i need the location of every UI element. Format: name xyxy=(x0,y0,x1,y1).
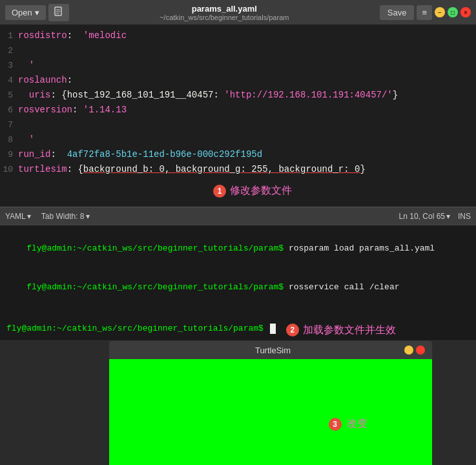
terminal-cursor xyxy=(270,324,276,334)
code-line-3: 3 ' xyxy=(0,58,476,73)
title-bar-center: params_all.yaml ~/catkin_ws/src/beginner… xyxy=(160,4,289,21)
code-line-9: 9 run_id: 4af72fa8-5b1e-11ed-b96e-000c29… xyxy=(0,147,476,162)
turtlesim-content: 3 改变 xyxy=(109,359,432,465)
position-arrow-icon: ▾ xyxy=(446,212,450,221)
editor-filepath: ~/catkin_ws/src/beginner_tutorials/param xyxy=(160,14,289,21)
code-line-1: 1 rosdistro: 'melodic xyxy=(0,28,476,43)
open-label: Open xyxy=(12,8,32,17)
code-line-10: 10 turtlesim: {background_b: 0, backgrou… xyxy=(0,162,476,177)
title-bar: Open ▾ params_all.yaml ~/catkin_ws/src/b… xyxy=(0,0,476,25)
code-area[interactable]: 1 rosdistro: 'melodic 2 3 ' 4 roslaunch:… xyxy=(0,25,476,181)
annotation-2-text: 加载参数文件并生效 xyxy=(303,324,396,336)
cursor-position: Ln 10, Col 65 ▾ xyxy=(399,212,450,221)
close-button[interactable]: × xyxy=(460,7,471,17)
language-selector[interactable]: YAML ▾ xyxy=(5,212,31,221)
annotation-3-text: 改变 xyxy=(347,417,367,431)
language-label: YAML xyxy=(5,212,26,221)
status-right: Ln 10, Col 65 ▾ INS xyxy=(399,212,471,221)
terminal-line-1: fly@admin:~/catkin_ws/src/beginner_tutor… xyxy=(6,229,470,268)
turtlesim-minimize-button[interactable] xyxy=(404,346,413,355)
tab-arrow-icon: ▾ xyxy=(86,212,90,221)
open-arrow-icon: ▾ xyxy=(35,8,39,17)
terminal-area: fly@admin:~/catkin_ws/src/beginner_tutor… xyxy=(0,225,476,341)
badge-2: 2 xyxy=(286,324,299,336)
turtlesim-title: TurtleSim xyxy=(255,346,291,355)
terminal-prompt-3: fly@admin:~/catkin_ws/src/beginner_tutor… xyxy=(6,322,264,335)
code-line-8: 8 ' xyxy=(0,132,476,147)
position-label: Ln 10, Col 65 xyxy=(399,212,445,221)
open-button[interactable]: Open ▾ xyxy=(5,5,46,20)
annotation-3: 3 改变 xyxy=(329,417,367,431)
code-line-2: 2 xyxy=(0,43,476,58)
annotation-1-area: 1 修改参数文件 xyxy=(0,181,476,207)
title-bar-left: Open ▾ xyxy=(5,4,69,21)
title-bar-right: Save ≡ − □ × xyxy=(380,5,471,20)
turtlesim-close-button[interactable] xyxy=(416,346,425,355)
code-line-5: 5 uris: {host_192_168_101_191__40457: 'h… xyxy=(0,88,476,103)
menu-button[interactable]: ≡ xyxy=(417,5,432,20)
badge-1: 1 xyxy=(213,185,226,198)
tab-width-selector[interactable]: Tab Width: 8 ▾ xyxy=(41,212,90,221)
terminal-prompt-1: fly@admin:~/catkin_ws/src/beginner_tutor… xyxy=(26,243,284,253)
terminal-cmd-2: rosservice call /clear xyxy=(284,282,399,292)
annotation-2: 2 加载参数文件并生效 xyxy=(286,324,396,336)
turtlesim-outer: TurtleSim 3 改变 xyxy=(65,341,476,465)
code-line-6: 6 rosversion: '1.14.13 xyxy=(0,103,476,118)
editor-filename: params_all.yaml xyxy=(160,4,289,14)
annotation-1-text: 修改参数文件 xyxy=(230,184,292,198)
file-icon-button[interactable] xyxy=(48,4,69,21)
maximize-button[interactable]: □ xyxy=(448,7,458,17)
insert-mode: INS xyxy=(458,212,471,221)
turtlesim-controls xyxy=(404,346,425,355)
window-controls: − □ × xyxy=(435,7,471,17)
terminal-cmd-1: rosparam load params_all.yaml xyxy=(284,243,435,253)
minimize-button[interactable]: − xyxy=(435,7,445,17)
turtlesim-window: TurtleSim 3 改变 xyxy=(109,341,432,465)
code-line-4: 4 roslaunch: xyxy=(0,73,476,88)
annotation-1: 1 修改参数文件 xyxy=(213,184,292,198)
turtlesim-title-bar: TurtleSim xyxy=(109,341,432,359)
terminal-line-2: fly@admin:~/catkin_ws/src/beginner_tutor… xyxy=(6,268,470,307)
terminal-prompt-2: fly@admin:~/catkin_ws/src/beginner_tutor… xyxy=(26,282,284,292)
save-button[interactable]: Save xyxy=(380,5,415,20)
badge-3: 3 xyxy=(329,418,342,431)
status-bar: YAML ▾ Tab Width: 8 ▾ Ln 10, Col 65 ▾ IN… xyxy=(0,207,476,225)
language-arrow-icon: ▾ xyxy=(27,212,31,221)
code-line-7: 7 xyxy=(0,118,476,132)
tab-width-label: Tab Width: 8 xyxy=(41,212,85,221)
editor-window: Open ▾ params_all.yaml ~/catkin_ws/src/b… xyxy=(0,0,476,225)
terminal-line-blank xyxy=(6,307,470,320)
terminal-line-3: fly@admin:~/catkin_ws/src/beginner_tutor… xyxy=(6,321,470,336)
